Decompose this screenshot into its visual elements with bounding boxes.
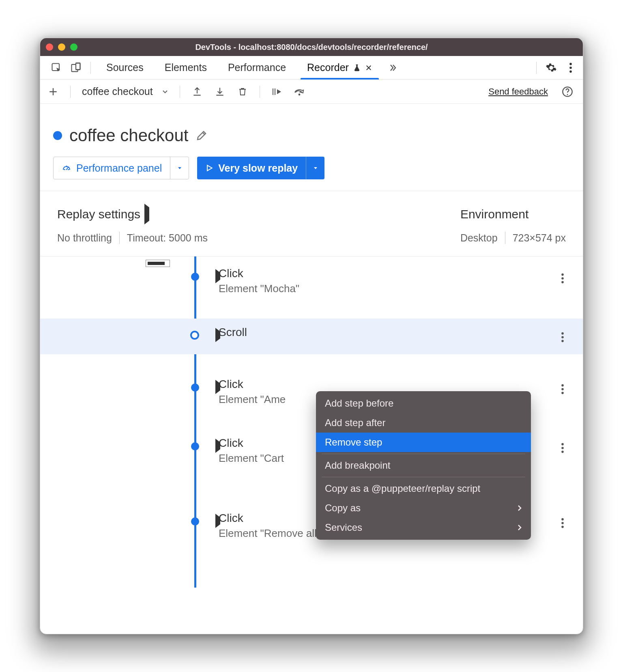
menu-label: Add step before — [325, 398, 393, 409]
replay-speed-dropdown[interactable] — [306, 157, 324, 179]
recording-select-label: coffee checkout — [82, 86, 153, 97]
submenu-chevron-icon — [517, 504, 522, 512]
tab-label: Performance — [228, 62, 286, 73]
step-row[interactable]: Scroll — [40, 319, 583, 354]
expand-step-icon[interactable] — [215, 273, 220, 280]
recording-select[interactable]: coffee checkout — [79, 86, 172, 97]
step-menu-icon[interactable] — [558, 514, 567, 532]
send-feedback-link[interactable]: Send feedback — [488, 86, 548, 97]
submenu-chevron-icon — [517, 524, 522, 531]
svg-point-18 — [561, 392, 564, 394]
menu-add-step-before[interactable]: Add step before — [316, 394, 531, 413]
replay-settings-row: Replay settings No throttling Timeout: 5… — [40, 191, 583, 256]
svg-point-14 — [561, 336, 564, 338]
step-menu-icon[interactable] — [558, 380, 567, 398]
gauge-icon — [62, 163, 71, 173]
maximize-window-button[interactable] — [70, 43, 77, 51]
settings-icon[interactable] — [543, 60, 559, 76]
window-controls — [46, 43, 77, 51]
recording-header: coffee checkout Performance panel Very s… — [40, 104, 583, 179]
menu-label: Copy as — [325, 502, 361, 514]
step-row[interactable]: Click Element "Mocha" — [40, 260, 583, 302]
device-toolbar-icon[interactable] — [68, 60, 84, 76]
menu-copy-as[interactable]: Copy as — [316, 498, 531, 518]
close-window-button[interactable] — [46, 43, 53, 51]
svg-point-9 — [567, 94, 568, 95]
environment-settings: Environment Desktop 723×574 px — [460, 207, 566, 244]
timeline-node — [191, 517, 199, 526]
step-menu-icon[interactable] — [558, 439, 567, 457]
step-subtitle: Element "Mocha" — [219, 282, 559, 295]
inspect-element-icon[interactable] — [48, 60, 64, 76]
svg-point-17 — [561, 388, 564, 390]
menu-remove-step[interactable]: Remove step — [316, 433, 531, 452]
edit-title-icon[interactable] — [195, 129, 208, 142]
performance-panel-button[interactable]: Performance panel — [53, 157, 189, 179]
menu-add-breakpoint[interactable]: Add breakpoint — [316, 456, 531, 475]
menu-copy-puppeteer[interactable]: Copy as a @puppeteer/replay script — [316, 479, 531, 498]
svg-point-22 — [561, 518, 564, 521]
tab-elements[interactable]: Elements — [156, 56, 216, 79]
minimize-window-button[interactable] — [58, 43, 65, 51]
step-title: Scroll — [219, 326, 559, 339]
expand-icon — [144, 207, 149, 221]
tab-sources[interactable]: Sources — [97, 56, 153, 79]
export-icon[interactable] — [188, 83, 206, 101]
svg-point-10 — [561, 274, 564, 276]
timeline-node — [190, 331, 199, 340]
expand-step-icon[interactable] — [215, 332, 220, 339]
menu-label: Services — [325, 522, 362, 533]
menu-separator — [322, 454, 525, 454]
new-recording-icon[interactable] — [44, 83, 62, 101]
performance-panel-dropdown[interactable] — [170, 157, 189, 179]
tab-label: Recorder — [307, 62, 349, 73]
svg-point-15 — [561, 340, 564, 342]
svg-rect-2 — [76, 63, 80, 69]
menu-label: Add breakpoint — [325, 460, 390, 471]
replay-settings[interactable]: Replay settings No throttling Timeout: 5… — [57, 207, 208, 244]
svg-point-19 — [561, 443, 564, 446]
delete-icon[interactable] — [234, 83, 251, 101]
timeline-node — [191, 442, 199, 450]
step-play-icon[interactable] — [268, 83, 286, 101]
more-tabs-icon[interactable] — [385, 60, 401, 76]
menu-add-step-after[interactable]: Add step after — [316, 413, 531, 433]
environment-heading: Environment — [460, 207, 528, 221]
expand-step-icon[interactable] — [215, 383, 220, 391]
tab-recorder[interactable]: Recorder — [298, 56, 381, 79]
more-menu-icon[interactable] — [563, 60, 579, 76]
step-menu-icon[interactable] — [558, 328, 567, 346]
tab-performance[interactable]: Performance — [219, 56, 295, 79]
menu-label: Add step after — [325, 417, 385, 429]
import-icon[interactable] — [211, 83, 229, 101]
step-over-icon[interactable] — [291, 83, 309, 101]
menu-label: Remove step — [325, 437, 382, 448]
devtools-window: DevTools - localhost:8080/docs/devtools/… — [40, 38, 583, 634]
expand-step-icon[interactable] — [215, 442, 220, 450]
throttling-value: No throttling — [57, 232, 112, 244]
tab-label: Sources — [106, 62, 144, 73]
step-title: Click — [219, 267, 559, 280]
separator — [260, 86, 260, 98]
replay-button[interactable]: Very slow replay — [197, 157, 324, 179]
viewport-value: 723×574 px — [513, 232, 566, 244]
svg-point-11 — [561, 277, 564, 280]
timeline-node — [191, 383, 199, 392]
svg-point-20 — [561, 447, 564, 449]
svg-point-12 — [561, 281, 564, 284]
separator — [90, 62, 91, 74]
svg-point-21 — [561, 451, 564, 453]
close-tab-icon[interactable] — [365, 64, 372, 71]
replay-settings-heading: Replay settings — [57, 207, 140, 221]
window-titlebar: DevTools - localhost:8080/docs/devtools/… — [40, 38, 583, 56]
play-icon — [205, 164, 213, 172]
step-menu-icon[interactable] — [558, 269, 567, 287]
svg-point-24 — [561, 526, 564, 528]
recorder-toolbar: coffee checkout Send feedback — [40, 80, 583, 104]
device-value: Desktop — [460, 232, 498, 244]
menu-services[interactable]: Services — [316, 518, 531, 537]
menu-separator — [322, 477, 525, 477]
expand-step-icon[interactable] — [215, 517, 220, 525]
svg-point-7 — [298, 93, 300, 95]
help-icon[interactable] — [559, 83, 576, 101]
